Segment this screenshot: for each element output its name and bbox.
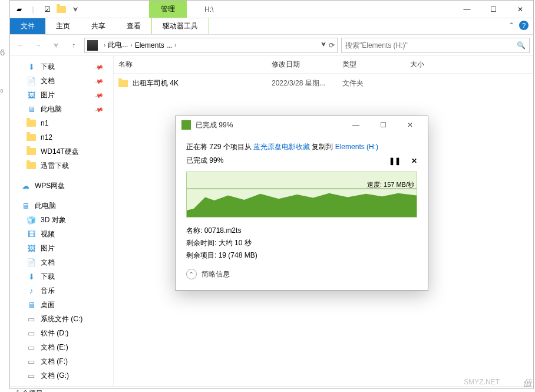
tab-view[interactable]: 查看	[116, 18, 151, 34]
sidebar-item-thispc[interactable]: 🖥此电脑	[10, 199, 113, 213]
close-button[interactable]: ✕	[507, 1, 533, 18]
drive-icon: ▭	[27, 314, 36, 324]
file-date: 2022/3/28 星期...	[272, 78, 342, 88]
chevron-up-icon: ⌃	[186, 269, 197, 279]
sidebar-item-label: 此电脑	[35, 201, 56, 211]
sidebar-item-documents2[interactable]: 📄文档	[10, 255, 113, 269]
cropped-edge-left: 6ᵟ	[0, 47, 8, 98]
source-link[interactable]: 蓝光原盘电影收藏	[253, 143, 310, 151]
tab-drive-tools[interactable]: 驱动器工具	[151, 18, 209, 34]
column-name[interactable]: 名称	[118, 60, 272, 70]
document-icon: 📄	[27, 258, 36, 267]
sidebar-item-thispc-quick[interactable]: 🖥此电脑📌	[10, 102, 113, 116]
speed-graph: 速度: 157 MB/秒	[186, 172, 417, 218]
detail-time: 剩余时间: 大约 10 秒	[186, 238, 417, 248]
sidebar-item-music[interactable]: ♪音乐	[10, 284, 113, 298]
dialog-titlebar: 已完成 99% — ☐ ✕	[176, 116, 428, 134]
computer-icon: 🖥	[27, 104, 36, 114]
sidebar-item-label: 迅雷下载	[41, 161, 69, 171]
forward-button[interactable]: →	[31, 38, 45, 52]
sidebar-item-pictures2[interactable]: 🖼图片	[10, 241, 113, 255]
back-button[interactable]: ←	[14, 38, 28, 52]
sidebar-item-sysdrive[interactable]: ▭系统文件 (C:)	[10, 312, 113, 326]
ribbon-collapse-icon[interactable]: ⌃	[508, 21, 514, 29]
sidebar-item-desktop[interactable]: 🖥桌面	[10, 298, 113, 312]
address-bar[interactable]: › 此电... › Elements ... › ⮟ ⟳	[84, 38, 338, 53]
column-type[interactable]: 类型	[342, 60, 410, 70]
search-icon[interactable]: 🔍	[517, 41, 526, 50]
pin-icon: 📌	[94, 90, 104, 100]
sidebar-item-documents[interactable]: 📄文档📌	[10, 74, 113, 88]
sidebar-item-drive-e[interactable]: ▭文档 (E:)	[10, 340, 113, 354]
file-type: 文件夹	[342, 78, 410, 88]
progress-percent: 已完成 99%	[186, 156, 223, 166]
search-box[interactable]: 🔍	[341, 38, 530, 53]
column-date[interactable]: 修改日期	[272, 60, 342, 70]
dest-link[interactable]: Elements (H:)	[335, 143, 378, 151]
watermark-icon: 值	[523, 377, 533, 390]
sidebar-item-xunlei[interactable]: 迅雷下载	[10, 159, 113, 173]
ribbon-tabs: 文件 主页 共享 查看 驱动器工具 ⌃ ?	[10, 18, 533, 35]
breadcrumb[interactable]: 此电...	[108, 40, 128, 50]
refresh-icon[interactable]: ⟳	[329, 41, 335, 50]
fewer-details-toggle[interactable]: ⌃ 简略信息	[186, 269, 417, 279]
minimize-button[interactable]: —	[454, 1, 480, 18]
up-button[interactable]: ↑	[67, 38, 81, 52]
tab-file[interactable]: 文件	[10, 18, 45, 34]
dialog-title: 已完成 99%	[196, 120, 344, 130]
column-size[interactable]: 大小	[410, 60, 457, 70]
sidebar-item-wd14t[interactable]: WD14T硬盘	[10, 144, 113, 159]
sidebar-item-n1[interactable]: n1	[10, 116, 113, 130]
pin-icon: 📌	[94, 76, 104, 85]
progress-heading: 已完成 99% ❚❚ ✕	[186, 156, 417, 166]
address-dropdown-icon[interactable]: ⮟	[321, 41, 326, 50]
window-title: H:\	[187, 1, 454, 18]
tab-share[interactable]: 共享	[81, 18, 116, 34]
sidebar-item-drive-g[interactable]: ▭文档 (G:)	[10, 368, 113, 383]
maximize-button[interactable]: ☐	[480, 1, 507, 18]
cancel-button[interactable]: ✕	[411, 157, 417, 165]
download-icon: ⬇	[27, 272, 36, 281]
chevron-right-icon[interactable]: ›	[104, 42, 105, 48]
sidebar-item-downloads[interactable]: ⬇下载📌	[10, 60, 113, 74]
sidebar-item-n12[interactable]: n12	[10, 130, 113, 144]
file-row[interactable]: 出租车司机 4K 2022/3/28 星期... 文件夹	[114, 74, 533, 93]
item-count: 1 个项目	[16, 388, 43, 392]
sidebar-item-label: 音乐	[41, 286, 55, 296]
dialog-minimize-button[interactable]: —	[344, 117, 368, 133]
chevron-right-icon[interactable]: ›	[130, 42, 132, 48]
sidebar-item-pictures[interactable]: 🖼图片📌	[10, 88, 113, 102]
help-icon[interactable]: ?	[519, 21, 529, 30]
sidebar-item-label: 文档 (E:)	[41, 342, 68, 353]
dialog-maximize-button[interactable]: ☐	[371, 117, 395, 133]
sidebar-item-label: 视频	[41, 229, 55, 239]
chevron-right-icon[interactable]: ›	[174, 42, 176, 48]
dialog-close-button[interactable]: ✕	[398, 117, 422, 133]
sidebar-item-drive-d[interactable]: ▭软件 (D:)	[10, 326, 113, 340]
sidebar-item-3dobjects[interactable]: 🧊3D 对象	[10, 213, 113, 227]
sidebar-item-wps[interactable]: ☁WPS网盘	[10, 179, 113, 193]
tab-home[interactable]: 主页	[45, 18, 81, 34]
drive-icon: ▭	[27, 357, 36, 366]
picture-icon: 🖼	[27, 243, 36, 253]
sidebar-item-label: 软件 (D:)	[41, 328, 68, 338]
sidebar-item-label: 文档 (G:)	[41, 371, 69, 381]
recent-dropdown[interactable]: ⮟	[49, 38, 63, 52]
properties-icon[interactable]: ☑	[41, 4, 53, 15]
sidebar-item-videos[interactable]: 🎞视频	[10, 227, 113, 241]
detail-name: 名称: 00718.m2ts	[186, 226, 417, 236]
pin-icon: 📌	[94, 62, 104, 71]
watermark-text: SMYZ.NET	[464, 378, 500, 386]
sidebar-item-label: 此电脑	[41, 104, 62, 114]
sidebar-item-drive-f[interactable]: ▭文档 (F:)	[10, 354, 113, 368]
sidebar-item-downloads2[interactable]: ⬇下载	[10, 269, 113, 284]
search-input[interactable]	[345, 41, 517, 50]
pause-button[interactable]: ❚❚	[389, 157, 401, 165]
breadcrumb[interactable]: Elements ...	[135, 41, 172, 50]
qat-dropdown-icon[interactable]: ⮟	[70, 4, 81, 15]
navigation-pane: ⬇下载📌 📄文档📌 🖼图片📌 🖥此电脑📌 n1 n12 WD14T硬盘 迅雷下载…	[10, 56, 114, 386]
computer-icon: 🖥	[21, 201, 30, 210]
more-label: 简略信息	[202, 269, 230, 279]
speed-label: 速度: 157 MB/秒	[367, 180, 414, 189]
sidebar-item-label: 图片	[41, 243, 55, 253]
